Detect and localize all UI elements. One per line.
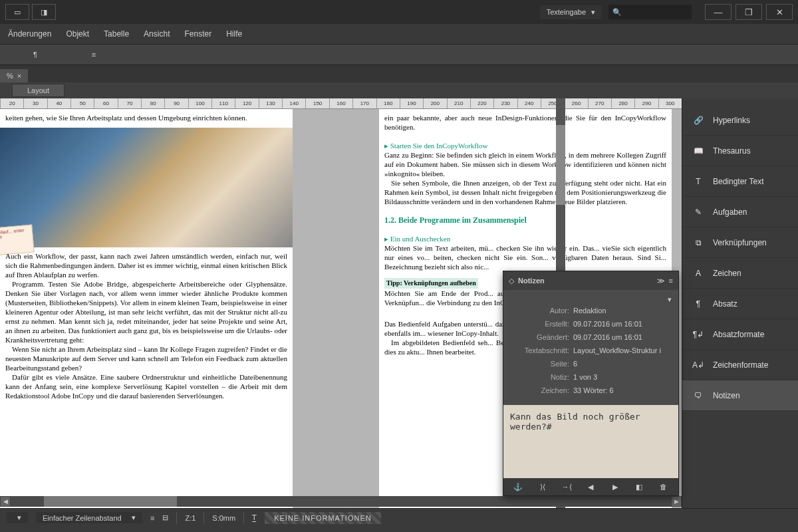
panel-absatz[interactable]: ¶Absatz [682, 289, 798, 319]
text-icon[interactable]: T̲ [252, 513, 257, 522]
text-frame[interactable]: ie Ansätze, alle können passen. Auch ein… [0, 247, 293, 404]
z-field: Z:1 [185, 514, 196, 522]
workspace-dropdown[interactable]: Texteingabe▾ [540, 5, 602, 19]
panel-zeichenformate[interactable]: A↲Zeichenformate [682, 350, 798, 380]
menu-icon[interactable]: ≡ [669, 277, 673, 285]
next-note-icon[interactable]: ▶ [608, 481, 622, 492]
anchor-icon[interactable]: ⚓ [511, 481, 525, 492]
panel-aufgaben[interactable]: ✎Aufgaben [682, 197, 798, 227]
s-field: S:0mm [212, 514, 235, 522]
search-input[interactable]: 🔍 [608, 5, 692, 19]
zoom-dropdown[interactable]: ▾ [7, 512, 28, 523]
minimize-button[interactable]: — [705, 4, 732, 20]
para-format-icon: ¶↲ [692, 328, 705, 341]
scroll-left-icon[interactable]: ◀ [0, 496, 11, 507]
menu-ansicht[interactable]: Ansicht [144, 29, 170, 39]
tasks-icon: ✎ [692, 205, 705, 219]
panel-absatzformate[interactable]: ¶↲Absatzformate [682, 319, 798, 350]
note-content-textarea[interactable]: Kann das Bild noch größer werden?# [503, 405, 678, 478]
list-icon[interactable]: ≡ [88, 49, 100, 61]
search-icon: 🔍 [612, 8, 622, 17]
prev-note-icon[interactable]: ◀ [584, 481, 597, 492]
delete-note-icon[interactable]: 🗑 [657, 481, 670, 492]
style-dropdown[interactable]: Einfacher Zeilenabstand▾ [36, 512, 142, 523]
document-tab[interactable]: % × [0, 69, 28, 82]
toolbar: ¶ ≡ [0, 44, 798, 65]
paragraph-icon: ¶ [692, 297, 705, 311]
menu-tabelle[interactable]: Tabelle [104, 29, 129, 39]
panel-notizen[interactable]: 🗨Notizen [682, 380, 798, 411]
no-info-label: KEINE INFORMATIONEN [265, 512, 381, 524]
char-format-icon: A↲ [692, 358, 705, 372]
view-mode-icon[interactable]: ▭ [5, 4, 29, 20]
note-icon: 🗨 [692, 389, 705, 402]
chevron-down-icon[interactable]: ▾ [668, 295, 672, 304]
book-icon: 📖 [692, 144, 705, 158]
links-icon: ⧉ [692, 236, 705, 249]
panel-bedingter-text[interactable]: TBedingter Text [682, 166, 798, 197]
new-note-icon[interactable]: ◧ [632, 481, 646, 492]
conditional-text-icon: T [692, 175, 705, 188]
view-tabs: Layout [0, 82, 798, 98]
close-tab-icon[interactable]: × [17, 72, 21, 80]
page-left[interactable]: keiten gehen, wie Sie Ihren Arbeitsplatz… [0, 109, 293, 521]
menu-aenderungen[interactable]: Änderungen [8, 29, 51, 39]
maximize-button[interactable]: ❐ [735, 4, 762, 20]
right-panel-stack: 🔗Hyperlinks 📖Thesaurus TBedingter Text ✎… [682, 98, 798, 521]
status-bar: ▾ Einfacher Zeilenabstand▾ ≡ ⊟ Z:1 S:0mm… [0, 508, 798, 527]
list-icon2[interactable]: ⊟ [162, 513, 168, 522]
view-tab-layout[interactable]: Layout [12, 84, 65, 97]
panel-zeichen[interactable]: AZeichen [682, 258, 798, 289]
collapse-note-icon[interactable]: ⟩⟨ [536, 481, 549, 492]
paragraph-icon[interactable]: ¶ [29, 49, 41, 61]
panel-verknuepfungen[interactable]: ⧉Verknüpfungen [682, 227, 798, 258]
collapse-icon[interactable]: ◇ [509, 277, 514, 285]
tab-bar: % × [0, 65, 798, 82]
character-icon: A [692, 267, 705, 280]
notizen-panel[interactable]: ◇ Notizen ≫ ≡ ▾ Autor:Redaktion Erstellt… [503, 271, 679, 496]
image-frame[interactable]: Ablauf... enter die [0, 128, 293, 247]
scroll-right-icon[interactable]: ▶ [671, 496, 682, 507]
arrange-icon[interactable]: ◨ [32, 4, 56, 20]
panel-thesaurus[interactable]: 📖Thesaurus [682, 136, 798, 166]
title-bar: ▭ ◨ Texteingabe▾ 🔍 — ❐ ✕ [0, 0, 798, 24]
text-frame[interactable]: keiten gehen, wie Sie Ihren Arbeitsplatz… [0, 109, 293, 128]
notizen-header[interactable]: ◇ Notizen ≫ ≡ [503, 271, 678, 290]
menu-fenster[interactable]: Fenster [184, 29, 211, 39]
expand-icon[interactable]: ≫ [657, 277, 665, 285]
menu-bar: Änderungen Objekt Tabelle Ansicht Fenste… [0, 24, 798, 44]
hyperlink-icon: 🔗 [692, 114, 705, 127]
menu-hilfe[interactable]: Hilfe [226, 29, 242, 39]
horizontal-scrollbar[interactable]: ◀ ▶ [0, 496, 682, 507]
convert-icon[interactable]: →⟨ [560, 481, 573, 492]
align-icon[interactable]: ≡ [150, 514, 154, 522]
horizontal-ruler: 2030405060708090100110120130140150160170… [0, 98, 682, 109]
notizen-footer: ⚓ ⟩⟨ →⟨ ◀ ▶ ◧ 🗑 [503, 478, 678, 495]
close-button[interactable]: ✕ [766, 4, 793, 20]
panel-hyperlinks[interactable]: 🔗Hyperlinks [682, 105, 798, 136]
menu-objekt[interactable]: Objekt [66, 29, 89, 39]
